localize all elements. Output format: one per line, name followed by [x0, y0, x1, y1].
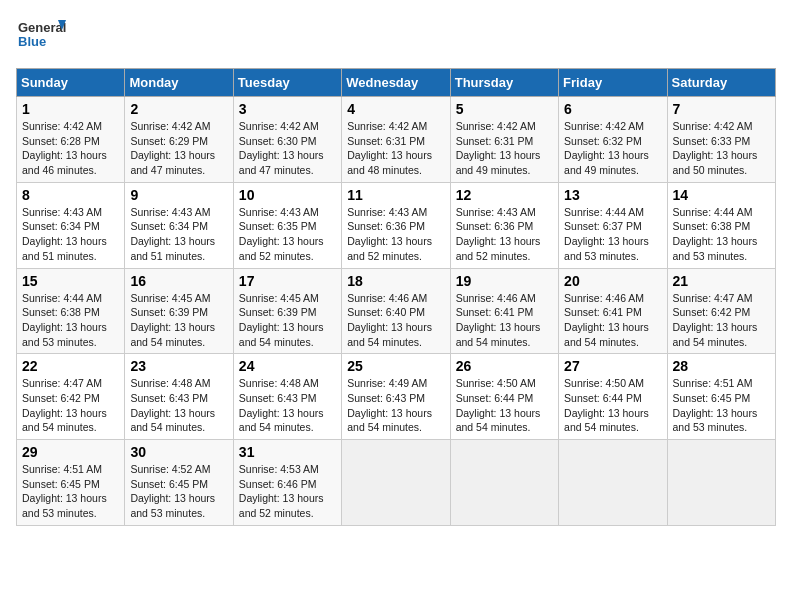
day-number: 26	[456, 358, 553, 374]
sunrise-time: Sunrise: 4:45 AM	[130, 292, 210, 304]
day-info: Sunrise: 4:43 AM Sunset: 6:34 PM Dayligh…	[22, 205, 119, 264]
calendar-cell: 9 Sunrise: 4:43 AM Sunset: 6:34 PM Dayli…	[125, 182, 233, 268]
day-number: 20	[564, 273, 661, 289]
day-number: 3	[239, 101, 336, 117]
sunrise-time: Sunrise: 4:46 AM	[456, 292, 536, 304]
sunset-time: Sunset: 6:41 PM	[456, 306, 534, 318]
day-info: Sunrise: 4:42 AM Sunset: 6:31 PM Dayligh…	[456, 119, 553, 178]
daylight-hours: Daylight: 13 hours and 54 minutes.	[130, 321, 215, 348]
day-number: 30	[130, 444, 227, 460]
calendar-cell: 6 Sunrise: 4:42 AM Sunset: 6:32 PM Dayli…	[559, 97, 667, 183]
sunset-time: Sunset: 6:46 PM	[239, 478, 317, 490]
daylight-hours: Daylight: 13 hours and 54 minutes.	[239, 407, 324, 434]
daylight-hours: Daylight: 13 hours and 54 minutes.	[22, 407, 107, 434]
day-number: 4	[347, 101, 444, 117]
calendar-week-row: 22 Sunrise: 4:47 AM Sunset: 6:42 PM Dayl…	[17, 354, 776, 440]
day-info: Sunrise: 4:42 AM Sunset: 6:29 PM Dayligh…	[130, 119, 227, 178]
calendar-week-row: 29 Sunrise: 4:51 AM Sunset: 6:45 PM Dayl…	[17, 440, 776, 526]
day-info: Sunrise: 4:44 AM Sunset: 6:38 PM Dayligh…	[673, 205, 770, 264]
sunrise-time: Sunrise: 4:48 AM	[239, 377, 319, 389]
day-info: Sunrise: 4:50 AM Sunset: 6:44 PM Dayligh…	[564, 376, 661, 435]
sunset-time: Sunset: 6:36 PM	[347, 220, 425, 232]
sunrise-time: Sunrise: 4:42 AM	[564, 120, 644, 132]
sunset-time: Sunset: 6:33 PM	[673, 135, 751, 147]
day-info: Sunrise: 4:43 AM Sunset: 6:36 PM Dayligh…	[456, 205, 553, 264]
sunrise-time: Sunrise: 4:51 AM	[22, 463, 102, 475]
calendar-cell	[342, 440, 450, 526]
day-info: Sunrise: 4:42 AM Sunset: 6:30 PM Dayligh…	[239, 119, 336, 178]
sunset-time: Sunset: 6:45 PM	[673, 392, 751, 404]
calendar-cell: 15 Sunrise: 4:44 AM Sunset: 6:38 PM Dayl…	[17, 268, 125, 354]
calendar-cell: 14 Sunrise: 4:44 AM Sunset: 6:38 PM Dayl…	[667, 182, 775, 268]
day-info: Sunrise: 4:47 AM Sunset: 6:42 PM Dayligh…	[22, 376, 119, 435]
calendar-cell	[559, 440, 667, 526]
daylight-hours: Daylight: 13 hours and 54 minutes.	[347, 321, 432, 348]
daylight-hours: Daylight: 13 hours and 52 minutes.	[456, 235, 541, 262]
calendar-cell: 25 Sunrise: 4:49 AM Sunset: 6:43 PM Dayl…	[342, 354, 450, 440]
day-info: Sunrise: 4:42 AM Sunset: 6:32 PM Dayligh…	[564, 119, 661, 178]
daylight-hours: Daylight: 13 hours and 54 minutes.	[456, 321, 541, 348]
day-info: Sunrise: 4:46 AM Sunset: 6:41 PM Dayligh…	[456, 291, 553, 350]
day-info: Sunrise: 4:42 AM Sunset: 6:31 PM Dayligh…	[347, 119, 444, 178]
calendar-week-row: 1 Sunrise: 4:42 AM Sunset: 6:28 PM Dayli…	[17, 97, 776, 183]
logo: General Blue	[16, 16, 66, 60]
day-info: Sunrise: 4:44 AM Sunset: 6:37 PM Dayligh…	[564, 205, 661, 264]
day-info: Sunrise: 4:45 AM Sunset: 6:39 PM Dayligh…	[239, 291, 336, 350]
day-number: 31	[239, 444, 336, 460]
sunset-time: Sunset: 6:40 PM	[347, 306, 425, 318]
calendar-cell: 3 Sunrise: 4:42 AM Sunset: 6:30 PM Dayli…	[233, 97, 341, 183]
sunrise-time: Sunrise: 4:51 AM	[673, 377, 753, 389]
daylight-hours: Daylight: 13 hours and 52 minutes.	[239, 492, 324, 519]
sunset-time: Sunset: 6:38 PM	[22, 306, 100, 318]
day-number: 23	[130, 358, 227, 374]
sunrise-time: Sunrise: 4:44 AM	[564, 206, 644, 218]
daylight-hours: Daylight: 13 hours and 51 minutes.	[130, 235, 215, 262]
calendar-day-header: Thursday	[450, 69, 558, 97]
daylight-hours: Daylight: 13 hours and 49 minutes.	[564, 149, 649, 176]
sunrise-time: Sunrise: 4:42 AM	[130, 120, 210, 132]
calendar-cell: 28 Sunrise: 4:51 AM Sunset: 6:45 PM Dayl…	[667, 354, 775, 440]
calendar-header-row: SundayMondayTuesdayWednesdayThursdayFrid…	[17, 69, 776, 97]
calendar-day-header: Wednesday	[342, 69, 450, 97]
day-info: Sunrise: 4:52 AM Sunset: 6:45 PM Dayligh…	[130, 462, 227, 521]
daylight-hours: Daylight: 13 hours and 53 minutes.	[564, 235, 649, 262]
day-info: Sunrise: 4:53 AM Sunset: 6:46 PM Dayligh…	[239, 462, 336, 521]
calendar-cell: 10 Sunrise: 4:43 AM Sunset: 6:35 PM Dayl…	[233, 182, 341, 268]
sunset-time: Sunset: 6:35 PM	[239, 220, 317, 232]
sunrise-time: Sunrise: 4:43 AM	[22, 206, 102, 218]
day-info: Sunrise: 4:51 AM Sunset: 6:45 PM Dayligh…	[673, 376, 770, 435]
sunset-time: Sunset: 6:37 PM	[564, 220, 642, 232]
sunrise-time: Sunrise: 4:43 AM	[347, 206, 427, 218]
daylight-hours: Daylight: 13 hours and 54 minutes.	[673, 321, 758, 348]
daylight-hours: Daylight: 13 hours and 54 minutes.	[564, 321, 649, 348]
sunset-time: Sunset: 6:42 PM	[673, 306, 751, 318]
calendar-cell: 5 Sunrise: 4:42 AM Sunset: 6:31 PM Dayli…	[450, 97, 558, 183]
sunrise-time: Sunrise: 4:50 AM	[564, 377, 644, 389]
sunrise-time: Sunrise: 4:47 AM	[673, 292, 753, 304]
calendar-cell: 23 Sunrise: 4:48 AM Sunset: 6:43 PM Dayl…	[125, 354, 233, 440]
day-number: 27	[564, 358, 661, 374]
day-number: 15	[22, 273, 119, 289]
calendar-cell: 1 Sunrise: 4:42 AM Sunset: 6:28 PM Dayli…	[17, 97, 125, 183]
calendar-cell: 17 Sunrise: 4:45 AM Sunset: 6:39 PM Dayl…	[233, 268, 341, 354]
day-number: 28	[673, 358, 770, 374]
daylight-hours: Daylight: 13 hours and 47 minutes.	[239, 149, 324, 176]
calendar-cell: 19 Sunrise: 4:46 AM Sunset: 6:41 PM Dayl…	[450, 268, 558, 354]
daylight-hours: Daylight: 13 hours and 53 minutes.	[130, 492, 215, 519]
calendar-cell: 30 Sunrise: 4:52 AM Sunset: 6:45 PM Dayl…	[125, 440, 233, 526]
sunrise-time: Sunrise: 4:52 AM	[130, 463, 210, 475]
daylight-hours: Daylight: 13 hours and 53 minutes.	[22, 492, 107, 519]
day-info: Sunrise: 4:51 AM Sunset: 6:45 PM Dayligh…	[22, 462, 119, 521]
calendar-cell: 31 Sunrise: 4:53 AM Sunset: 6:46 PM Dayl…	[233, 440, 341, 526]
calendar-cell: 12 Sunrise: 4:43 AM Sunset: 6:36 PM Dayl…	[450, 182, 558, 268]
day-number: 7	[673, 101, 770, 117]
sunrise-time: Sunrise: 4:43 AM	[239, 206, 319, 218]
sunrise-time: Sunrise: 4:43 AM	[130, 206, 210, 218]
daylight-hours: Daylight: 13 hours and 53 minutes.	[22, 321, 107, 348]
sunset-time: Sunset: 6:29 PM	[130, 135, 208, 147]
calendar-cell: 20 Sunrise: 4:46 AM Sunset: 6:41 PM Dayl…	[559, 268, 667, 354]
sunset-time: Sunset: 6:30 PM	[239, 135, 317, 147]
day-info: Sunrise: 4:43 AM Sunset: 6:34 PM Dayligh…	[130, 205, 227, 264]
sunrise-time: Sunrise: 4:42 AM	[456, 120, 536, 132]
sunset-time: Sunset: 6:42 PM	[22, 392, 100, 404]
